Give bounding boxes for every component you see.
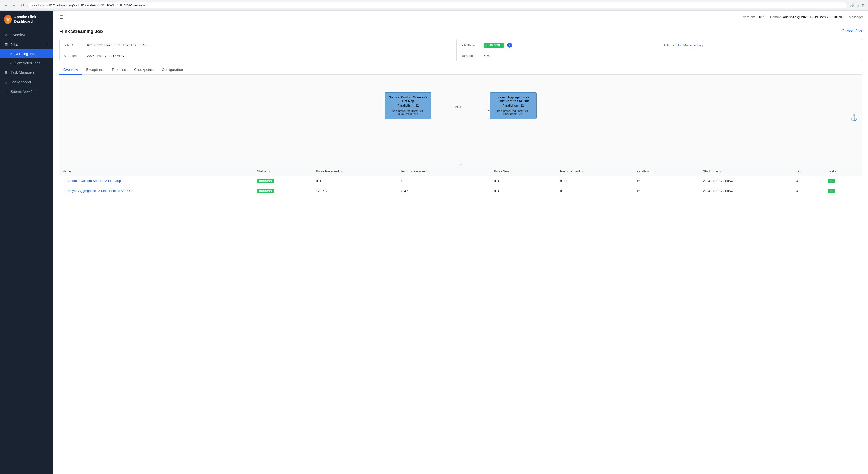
tab-configuration[interactable]: Configuration — [158, 65, 187, 75]
job-state-label: Job State — [461, 43, 481, 47]
sidebar-item-label: Submit New Job — [11, 90, 36, 94]
edge-label: HASH — [453, 105, 461, 108]
back-button[interactable]: ← — [3, 2, 9, 8]
browser-chrome: ← → ↻ localhost:8081/#/job/running/92158… — [0, 0, 868, 11]
col-records-sent[interactable]: Records Sent ⇅ — [557, 167, 633, 176]
message-label: Message: — [849, 15, 863, 19]
actions-label: Actions — [663, 43, 674, 47]
address-bar[interactable]: localhost:8081/#/job/running/92158122dde… — [27, 2, 848, 8]
cell-bytes-received: 123 KB — [313, 186, 397, 196]
cell-bytes-sent: 0 B — [491, 176, 557, 186]
commit-label: Commit: — [770, 15, 782, 19]
source-node[interactable]: Source: Custom Source -> Flat Map Parall… — [384, 92, 431, 119]
col-name[interactable]: Name — [59, 167, 254, 176]
col-bytes-received[interactable]: Bytes Received ⇅ — [313, 167, 397, 176]
cell-d: 4 — [793, 176, 825, 186]
completed-jobs-icon: ○ — [10, 61, 12, 65]
sidebar-item-completed-jobs[interactable]: ○ Completed Jobs — [0, 59, 53, 68]
share-icon: 🔗 — [850, 3, 854, 7]
sidebar-item-label: Task Managers — [11, 70, 35, 74]
chevron-up-icon: ⌃ — [46, 43, 49, 46]
task-count-badge: 12 — [828, 189, 835, 193]
forward-button[interactable]: → — [11, 2, 17, 8]
job-id-value: 92158122dde930331c10e3fc758c485b — [87, 43, 150, 47]
star-icon: ☆ — [856, 3, 860, 7]
job-name-link[interactable]: Keyed Aggregation -> Sink: Print to Std.… — [68, 189, 133, 193]
job-name-link[interactable]: Source: Custom Source -> Flat Map — [68, 179, 121, 183]
task-count-badge: 12 — [828, 179, 835, 183]
cell-start-time: 2024-03-17 22:00:47 — [700, 186, 793, 196]
col-tasks[interactable]: Tasks — [825, 167, 862, 176]
sink-detail-1: Backpressured (max): 0% — [494, 109, 533, 113]
tab-timeline[interactable]: TimeLine — [107, 65, 130, 75]
col-records-received[interactable]: Records Received ⇅ — [397, 167, 491, 176]
overview-icon: ○ — [4, 33, 8, 37]
row-menu-button[interactable]: ⋮ — [62, 189, 67, 193]
sidebar-item-task-managers[interactable]: ⊞ Task Managers — [0, 68, 53, 77]
sidebar-item-job-manager[interactable]: ⊞ Job Manager — [0, 77, 53, 87]
job-header: Flink Streaming Job Cancel Job — [59, 29, 862, 34]
info-row-2: Start Time 2024-03-17 22:00:47 Duration … — [60, 51, 862, 61]
sink-detail-2: Busy (max): 0% — [494, 113, 533, 116]
cell-records-received: 8,547 — [397, 186, 491, 196]
cell-records-sent: 0 — [557, 186, 633, 196]
tab-checkpoints[interactable]: Checkpoints — [130, 65, 158, 75]
sink-node[interactable]: Keyed Aggregation -> Sink: Print to Std.… — [490, 92, 536, 119]
cell-parallelism: 12 — [633, 186, 700, 196]
duration-cell: Duration 49s — [457, 51, 659, 61]
url-text: localhost:8081/#/job/running/92158122dde… — [32, 3, 145, 7]
top-bar: ☰ Version: 1.18.1 Commit: a8c8b1c @ 2023… — [53, 11, 868, 24]
job-id-cell: Job ID 92158122dde930331c10e3fc758c485b — [60, 39, 456, 51]
status-badge: RUNNING — [484, 42, 504, 48]
col-status[interactable]: Status ⇅ — [254, 167, 313, 176]
cell-bytes-sent: 0 B — [491, 186, 557, 196]
sidebar-header: 🐿 Apache Flink Dashboard — [0, 11, 53, 28]
sidebar-item-jobs[interactable]: ☰ Jobs ⌃ — [0, 40, 53, 50]
cell-tasks: 12 — [825, 186, 862, 196]
source-parallelism: Parallelism: 12 — [389, 104, 428, 107]
hamburger-button[interactable]: ☰ — [58, 13, 64, 21]
sink-parallelism: Parallelism: 12 — [494, 104, 533, 107]
graph-canvas: Source: Custom Source -> Flat Map Parall… — [384, 85, 536, 151]
actions-cell: Actions Job Manager Log — [659, 39, 862, 51]
start-time-label: Start Time — [64, 54, 84, 58]
top-bar-info: Version: 1.18.1 Commit: a8c8b1c @ 2023-1… — [743, 15, 863, 19]
sidebar-item-label: Running Jobs — [15, 52, 36, 56]
job-graph-area: Source: Custom Source -> Flat Map Parall… — [59, 75, 862, 161]
refresh-button[interactable]: ↻ — [19, 2, 25, 8]
col-d[interactable]: D ⇅ — [793, 167, 825, 176]
sink-node-title: Keyed Aggregation -> Sink: Print to Std.… — [494, 96, 533, 103]
row-status-badge: RUNNING — [257, 179, 274, 183]
version-value: 1.18.1 — [756, 15, 765, 19]
job-manager-icon: ⊞ — [4, 80, 8, 84]
scroll-indicator[interactable]: ⚓ — [850, 114, 858, 121]
row-status-badge: RUNNING — [257, 189, 274, 193]
job-manager-log-link[interactable]: Job Manager Log — [677, 43, 703, 47]
cell-d: 4 — [793, 186, 825, 196]
source-node-title: Source: Custom Source -> Flat Map — [389, 96, 428, 103]
extension-icon: ⚙ — [862, 3, 865, 7]
row-menu-button[interactable]: ⋮ — [62, 179, 67, 183]
cancel-job-button[interactable]: Cancel Job — [842, 29, 862, 33]
cell-records-sent: 8,563 — [557, 176, 633, 186]
col-bytes-sent[interactable]: Bytes Sent ⇅ — [491, 167, 557, 176]
tab-exceptions[interactable]: Exceptions — [82, 65, 107, 75]
info-row-1: Job ID 92158122dde930331c10e3fc758c485b … — [60, 39, 862, 51]
content-area: Flink Streaming Job Cancel Job Job ID 92… — [53, 24, 868, 474]
sidebar-item-submit-new-job[interactable]: ⊡ Submit New Job — [0, 87, 53, 96]
col-parallelism[interactable]: Parallelism ⇅ — [633, 167, 700, 176]
col-start-time[interactable]: Start Time ⇅ — [700, 167, 793, 176]
submit-job-icon: ⊡ — [4, 90, 8, 94]
commit-info: Commit: a8c8b1c @ 2023-12-19T22:17:36+01… — [770, 15, 844, 19]
start-time-cell: Start Time 2024-03-17 22:00:47 — [60, 51, 456, 61]
job-tabs: Overview Exceptions TimeLine Checkpoints… — [59, 65, 862, 75]
logo-icon: 🐿 — [6, 17, 10, 22]
sidebar-item-running-jobs[interactable]: ○ Running Jobs — [0, 50, 53, 59]
cell-bytes-received: 0 B — [313, 176, 397, 186]
job-state-cell: Job State RUNNING 2 — [457, 39, 659, 51]
sidebar-item-label: Jobs — [11, 42, 18, 46]
tab-overview[interactable]: Overview — [59, 65, 82, 75]
cell-parallelism: 12 — [633, 176, 700, 186]
sidebar-item-overview[interactable]: ○ Overview — [0, 30, 53, 40]
cell-name: ⋮ Keyed Aggregation -> Sink: Print to St… — [59, 186, 254, 196]
